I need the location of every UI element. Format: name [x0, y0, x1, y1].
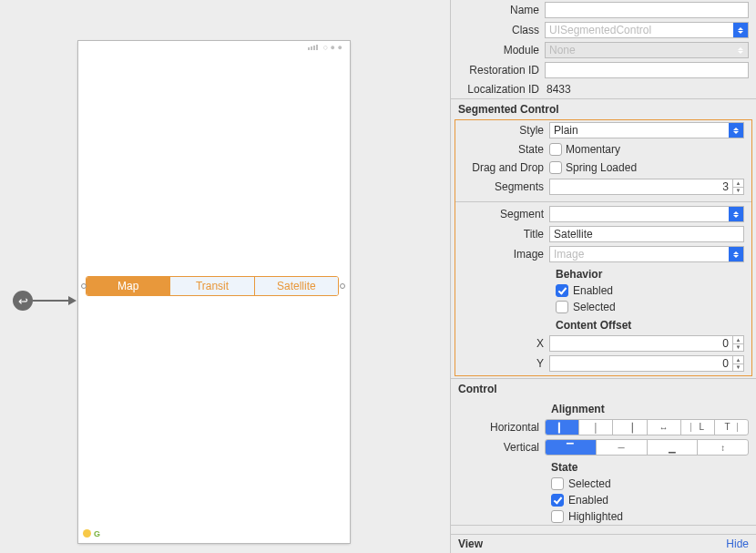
spring-loaded-label: Spring Loaded	[566, 161, 637, 174]
horizontal-alignment[interactable]: ▎ │ ▕ ↔ ⎸L T⎹	[545, 419, 749, 435]
canvas-footer: G	[78, 527, 350, 539]
class-select[interactable]: UISegmentedControl	[545, 22, 749, 38]
control-selected-checkbox[interactable]	[551, 477, 564, 490]
selection-pointer-arrow-icon	[33, 300, 69, 302]
spring-loaded-checkbox[interactable]	[549, 161, 562, 174]
title-label: Title	[455, 228, 549, 241]
selected-checkbox[interactable]	[556, 301, 568, 313]
vertical-alignment[interactable]: ▔ ─ ▁ ↕	[545, 439, 749, 456]
segment-satellite[interactable]: Satellite	[255, 277, 338, 295]
offset-x-label: X	[455, 337, 549, 350]
phone-preview: ○ ● ● Map Transit Satellite	[78, 41, 350, 543]
align-right-icon[interactable]: ▕	[613, 420, 647, 435]
vertical-label: Vertical	[451, 441, 545, 454]
restoration-id-label: Restoration ID	[451, 64, 545, 77]
segmented-control-header: Segmented Control	[451, 99, 756, 119]
canvas-area: ↩︎ ○ ● ● Map Transit Satellite G	[0, 0, 450, 553]
selection-pointer-icon: ↩︎	[13, 291, 33, 311]
offset-x-stepper[interactable]: ▲▼	[733, 335, 744, 352]
momentary-label: Momentary	[566, 143, 620, 156]
restoration-id-field[interactable]	[545, 62, 749, 78]
chevron-updown-icon	[729, 207, 743, 221]
status-time-icon: ○ ● ●	[323, 43, 342, 52]
offset-x-field[interactable]	[549, 335, 733, 352]
offset-y-stepper[interactable]: ▲▼	[733, 355, 744, 372]
inspector-panel: Name Class UISegmentedControl Module Non…	[450, 0, 756, 553]
stepper-up-icon: ▲	[733, 356, 743, 364]
control-header: Control	[451, 379, 756, 399]
behavior-header: Behavior	[455, 264, 751, 282]
image-label: Image	[455, 248, 549, 261]
localization-id-value: 8433	[545, 83, 571, 96]
style-label: Style	[455, 124, 549, 137]
resize-handle-right-icon[interactable]	[340, 283, 345, 289]
align-leading-icon[interactable]: ⎸L	[681, 420, 715, 435]
momentary-checkbox[interactable]	[549, 143, 562, 156]
title-field[interactable]	[549, 226, 744, 242]
control-highlighted-checkbox[interactable]	[551, 510, 564, 523]
stepper-up-icon: ▲	[733, 336, 743, 344]
view-section-bar: View Hide	[451, 534, 756, 553]
identity-section: Name Class UISegmentedControl Module Non…	[451, 0, 756, 99]
segment-select[interactable]	[549, 206, 744, 222]
module-label: Module	[451, 44, 545, 56]
control-enabled-label: Enabled	[568, 494, 608, 507]
segmented-control-section: Segmented Control Style Plain State Mome…	[451, 99, 756, 379]
segments-field[interactable]	[549, 179, 733, 195]
offset-y-label: Y	[455, 357, 549, 370]
horizontal-label: Horizontal	[451, 421, 545, 434]
segment-label: Segment	[455, 208, 549, 220]
chevron-updown-icon	[729, 247, 743, 261]
signal-bars-icon	[308, 45, 318, 50]
segment-transit[interactable]: Transit	[170, 277, 254, 295]
stepper-down-icon: ▼	[733, 364, 743, 372]
alignment-header: Alignment	[451, 399, 756, 417]
dnd-label: Drag and Drop	[455, 161, 549, 174]
name-label: Name	[451, 4, 545, 16]
align-vfill-icon[interactable]: ↕	[698, 440, 748, 455]
chevron-updown-icon	[729, 123, 743, 138]
segment-map[interactable]: Map	[87, 277, 170, 295]
highlighted-properties: Style Plain State Momentary Drag and Dro…	[455, 119, 752, 376]
state-label: State	[455, 143, 549, 156]
resize-handle-left-icon[interactable]	[81, 283, 87, 289]
segmented-control-preview[interactable]: Map Transit Satellite	[86, 276, 339, 296]
chevron-updown-icon	[733, 23, 748, 37]
align-center-icon[interactable]: │	[579, 420, 613, 435]
align-bottom-icon[interactable]: ▁	[648, 440, 699, 455]
view-header: View	[458, 538, 483, 550]
localization-id-label: Localization ID	[451, 83, 545, 96]
enabled-label: Enabled	[573, 284, 613, 297]
status-bar: ○ ● ●	[78, 41, 350, 54]
align-left-icon[interactable]: ▎	[546, 420, 579, 435]
class-label: Class	[451, 24, 545, 36]
control-enabled-checkbox[interactable]	[551, 494, 564, 507]
hide-link[interactable]: Hide	[726, 538, 749, 550]
segments-stepper[interactable]: ▲▼	[733, 179, 744, 195]
enabled-checkbox[interactable]	[556, 284, 568, 297]
chevron-updown-icon	[733, 43, 748, 57]
control-section: Control Alignment Horizontal ▎ │ ▕ ↔ ⎸L …	[451, 379, 756, 526]
control-selected-label: Selected	[568, 477, 611, 490]
selected-label: Selected	[573, 301, 616, 313]
align-top-icon[interactable]: ▔	[546, 440, 597, 455]
align-fill-icon[interactable]: ↔	[648, 420, 681, 435]
warning-dot-icon	[83, 529, 91, 538]
align-trailing-icon[interactable]: T⎹	[715, 420, 748, 435]
control-highlighted-label: Highlighted	[568, 510, 623, 523]
image-select[interactable]: Image	[549, 246, 744, 262]
name-field[interactable]	[545, 2, 749, 18]
offset-y-field[interactable]	[549, 355, 733, 372]
stepper-down-icon: ▼	[733, 344, 743, 352]
stepper-up-icon: ▲	[733, 179, 743, 188]
state-header: State	[451, 457, 756, 476]
stepper-down-icon: ▼	[733, 188, 743, 195]
footer-badge: G	[94, 529, 100, 538]
align-middle-icon[interactable]: ─	[597, 440, 648, 455]
segments-label: Segments	[455, 180, 549, 193]
content-offset-header: Content Offset	[455, 315, 751, 333]
module-select[interactable]: None	[545, 42, 749, 58]
style-select[interactable]: Plain	[549, 122, 744, 138]
